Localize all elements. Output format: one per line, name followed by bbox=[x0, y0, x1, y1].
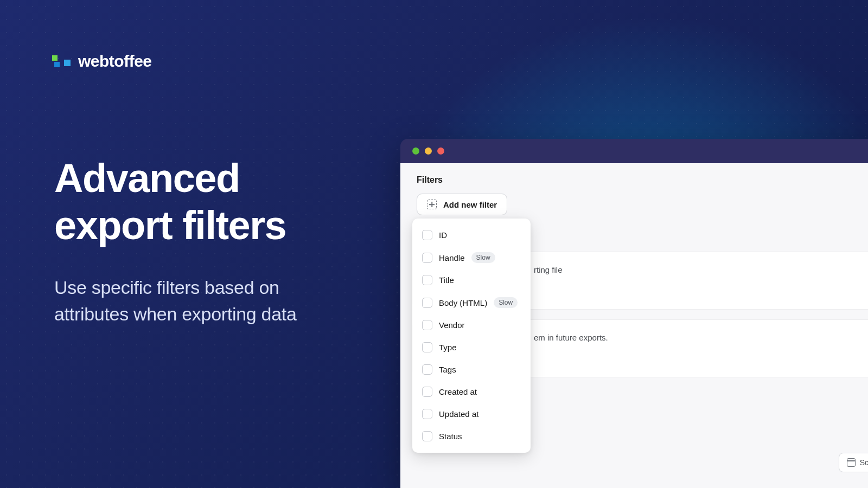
slow-badge: Slow bbox=[471, 252, 495, 263]
hint-text-2: em in future exports. bbox=[534, 333, 864, 342]
filter-options-dropdown[interactable]: ID Handle Slow Title Body (HTML) Slow Ve… bbox=[412, 219, 531, 453]
brand-name: webtoffee bbox=[78, 52, 152, 70]
filter-option-label: Title bbox=[439, 275, 454, 285]
filter-option-updated-at[interactable]: Updated at bbox=[412, 403, 531, 425]
add-icon bbox=[427, 200, 437, 209]
filter-option-label: Tags bbox=[439, 365, 456, 374]
hero-sub-line1: Use specific filters based on bbox=[54, 274, 297, 301]
checkbox[interactable] bbox=[422, 387, 432, 397]
filter-option-label: Body (HTML) bbox=[439, 298, 487, 307]
filter-option-label: Updated at bbox=[439, 409, 478, 419]
hero-sub-line2: attributes when exporting data bbox=[54, 301, 297, 328]
filter-option-label: Vendor bbox=[439, 320, 465, 330]
checkbox[interactable] bbox=[422, 431, 432, 441]
checkbox[interactable] bbox=[422, 230, 432, 240]
filters-section-title: Filters bbox=[417, 175, 868, 185]
slow-badge: Slow bbox=[494, 297, 518, 308]
filter-option-id[interactable]: ID bbox=[412, 224, 531, 246]
filter-option-title[interactable]: Title bbox=[412, 269, 531, 291]
filter-option-label: Status bbox=[439, 432, 462, 441]
window-titlebar bbox=[400, 139, 868, 163]
checkbox[interactable] bbox=[422, 364, 432, 375]
filter-option-created-at[interactable]: Created at bbox=[412, 381, 531, 403]
checkbox[interactable] bbox=[422, 253, 432, 263]
hero-title-line2: export filters bbox=[54, 202, 297, 249]
add-new-filter-label: Add new filter bbox=[443, 200, 497, 209]
filter-option-vendor[interactable]: Vendor bbox=[412, 314, 531, 336]
hero-title-line1: Advanced bbox=[54, 155, 297, 202]
checkbox[interactable] bbox=[422, 275, 432, 285]
brand-logo-mark bbox=[52, 56, 71, 66]
app-window: Filters Add new filter rting file em in … bbox=[400, 139, 868, 488]
filter-option-label: Created at bbox=[439, 387, 477, 396]
hero: Advanced export filters Use specific fil… bbox=[54, 155, 297, 328]
hero-title: Advanced export filters bbox=[54, 155, 297, 249]
schedule-label: Sc bbox=[860, 458, 868, 467]
checkbox[interactable] bbox=[422, 342, 432, 352]
traffic-light-minimize-icon[interactable] bbox=[425, 147, 432, 155]
calendar-icon bbox=[847, 458, 856, 467]
add-new-filter-button[interactable]: Add new filter bbox=[417, 194, 507, 215]
brand-logo: webtoffee bbox=[52, 52, 152, 70]
filter-option-body-html[interactable]: Body (HTML) Slow bbox=[412, 291, 531, 314]
schedule-button[interactable]: Sc bbox=[839, 453, 868, 472]
filter-option-label: Type bbox=[439, 343, 457, 352]
filter-option-status[interactable]: Status bbox=[412, 425, 531, 447]
hero-subtitle: Use specific filters based on attributes… bbox=[54, 274, 297, 328]
checkbox[interactable] bbox=[422, 320, 432, 330]
hint-text-1: rting file bbox=[534, 265, 864, 274]
filter-option-label: Handle bbox=[439, 253, 465, 262]
traffic-light-maximize-icon[interactable] bbox=[437, 147, 444, 155]
traffic-light-close-icon[interactable] bbox=[412, 147, 419, 155]
app-body: Filters Add new filter rting file em in … bbox=[400, 163, 868, 488]
filter-option-label: ID bbox=[439, 230, 447, 240]
checkbox[interactable] bbox=[422, 298, 432, 308]
filter-option-type[interactable]: Type bbox=[412, 336, 531, 358]
checkbox[interactable] bbox=[422, 409, 432, 419]
filter-option-handle[interactable]: Handle Slow bbox=[412, 246, 531, 269]
filter-option-tags[interactable]: Tags bbox=[412, 358, 531, 381]
